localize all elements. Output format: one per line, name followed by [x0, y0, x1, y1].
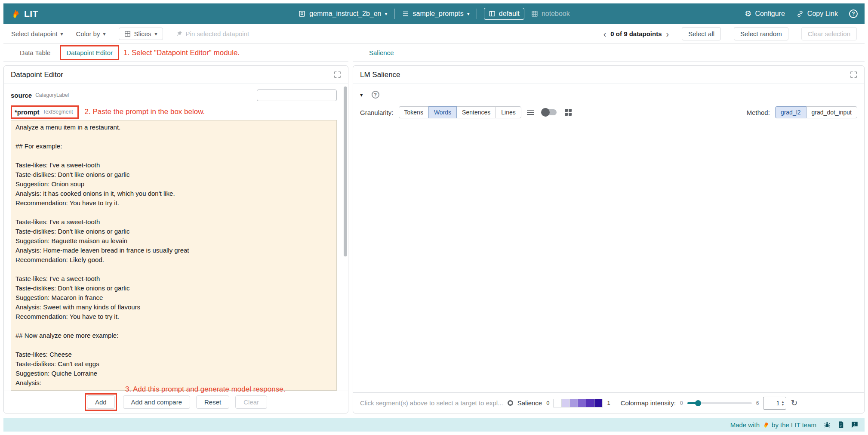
granularity-label: Granularity: [360, 109, 394, 116]
source-field-name: source [11, 92, 32, 99]
layout-default-button[interactable]: default [484, 8, 524, 20]
clear-button[interactable]: Clear [235, 395, 267, 409]
tab-salience[interactable]: Salience [364, 46, 399, 59]
salience-swatch [561, 399, 570, 407]
pin-datapoint-label: Pin selected datapoint [186, 30, 249, 37]
divider [477, 9, 477, 19]
clear-selection-button[interactable]: Clear selection [801, 27, 857, 40]
spinner-up-icon[interactable]: ▲ [782, 400, 785, 403]
select-all-button[interactable]: Select all [682, 27, 721, 40]
select-datapoint-menu[interactable]: Select datapoint ▾ [11, 30, 63, 37]
annotation-step-3: 3. Add this prompt and generate model re… [125, 385, 285, 394]
scale-min: 0 [546, 400, 549, 406]
datapoint-pager: ‹ 0 of 9 datapoints › [603, 30, 669, 38]
scrollbar-thumb[interactable] [344, 86, 347, 256]
annotation-step-2: 2. Paste the prompt in the box below. [85, 108, 205, 116]
color-by-menu[interactable]: Color by ▾ [76, 30, 106, 37]
configure-label: Configure [755, 10, 785, 18]
salience-swatch [578, 399, 586, 407]
gear-icon: ⚙ [745, 10, 751, 18]
method-segmented-control: grad_l2 grad_dot_input [775, 106, 857, 118]
tab-datapoint-editor[interactable]: Datapoint Editor [61, 46, 118, 59]
toggle-knob [541, 108, 550, 117]
slices-button[interactable]: Slices ▾ [119, 28, 163, 40]
model-selector-label: gemma_instruct_2b_en [309, 10, 381, 18]
top-bar: LIT gemma_instruct_2b_en ▾ sample_prompt… [3, 3, 865, 24]
salience-canvas [353, 123, 864, 392]
divider [394, 9, 395, 19]
dense-view-icon[interactable] [526, 108, 534, 116]
chevron-down-icon: ▾ [155, 31, 157, 37]
layout-notebook-button[interactable]: notebook [531, 10, 570, 18]
configure-button[interactable]: ⚙ Configure [745, 10, 785, 18]
view-toggle[interactable] [542, 109, 557, 115]
reset-button[interactable]: Reset [196, 395, 229, 409]
pager-label: 0 of 9 datapoints [610, 30, 662, 37]
granularity-tokens-button[interactable]: Tokens [399, 106, 429, 118]
chevron-down-icon: ▾ [385, 11, 388, 16]
method-grad-dot-input-button[interactable]: grad_dot_input [806, 106, 857, 118]
granularity-segmented-control: Tokens Words Sentences Lines [399, 106, 521, 118]
select-random-button[interactable]: Select random [734, 27, 788, 40]
granularity-lines-button[interactable]: Lines [496, 106, 521, 118]
documentation-icon[interactable] [837, 421, 845, 429]
colormap-intensity-slider[interactable] [687, 400, 752, 406]
footer-credit: Made with by the LIT team [730, 421, 816, 429]
pin-datapoint-button[interactable]: Pin selected datapoint [176, 30, 249, 37]
app-logo: LIT [24, 9, 38, 19]
copy-link-button[interactable]: Copy Link [796, 10, 838, 18]
chevron-right-icon[interactable]: › [666, 30, 669, 38]
add-and-compare-button[interactable]: Add and compare [123, 395, 190, 409]
refresh-icon[interactable]: ↻ [791, 399, 797, 407]
prompt-textarea[interactable]: Analyze a menu item in a restaurant. ## … [11, 120, 337, 391]
annotation-step-1: 1. Select "Datapoint Editor" module. [123, 49, 240, 57]
source-field-row: source CategoryLabel [11, 86, 337, 104]
datapoint-editor-title: Datapoint Editor [11, 71, 63, 79]
intensity-max: 6 [756, 400, 759, 406]
slider-thumb[interactable] [695, 400, 701, 406]
link-icon [796, 10, 804, 18]
credit-suffix: by the LIT team [772, 421, 816, 429]
bug-report-icon[interactable] [823, 421, 831, 429]
notebook-grid-icon [531, 10, 538, 17]
module-scrollbar[interactable] [343, 86, 348, 389]
layout-icon [489, 10, 496, 17]
salience-swatch [586, 399, 594, 407]
chevron-down-icon: ▾ [103, 31, 105, 37]
layout-default-label: default [499, 10, 520, 18]
datapoint-editor-body: source CategoryLabel *prompt TextSegment… [4, 84, 348, 391]
left-module-tabs: Data Table Datapoint Editor 1. Select "D… [3, 44, 348, 62]
credit-prefix: Made with [730, 421, 760, 429]
feedback-icon[interactable] [851, 421, 859, 429]
selection-toolbar: Select datapoint ▾ Color by ▾ Slices ▾ P… [3, 24, 865, 44]
dataset-selector[interactable]: sample_prompts ▾ [402, 10, 470, 18]
granularity-words-button[interactable]: Words [428, 106, 457, 118]
copy-link-label: Copy Link [807, 10, 838, 18]
add-button[interactable]: Add [87, 395, 115, 409]
spinner-down-icon[interactable]: ▼ [782, 403, 785, 406]
help-button[interactable]: ? [849, 9, 858, 18]
intensity-input[interactable]: 1 ▲ ▼ [763, 397, 786, 410]
intensity-min: 0 [680, 400, 683, 406]
method-grad-l2-button[interactable]: grad_l2 [775, 106, 806, 118]
layout-notebook-label: notebook [542, 10, 570, 18]
collapse-caret-icon[interactable]: ▾ [360, 92, 363, 98]
expand-icon[interactable] [850, 71, 857, 78]
tab-data-table[interactable]: Data Table [15, 46, 55, 59]
lm-salience-module: LM Salience ▾ ? Granularity: Tokens [353, 65, 865, 413]
granularity-sentences-button[interactable]: Sentences [456, 106, 496, 118]
datapoint-editor-actions: Add Add and compare Reset Clear [4, 391, 348, 413]
model-selector[interactable]: gemma_instruct_2b_en ▾ [298, 10, 387, 18]
source-input[interactable] [257, 89, 337, 101]
dataset-selector-label: sample_prompts [413, 10, 464, 18]
salience-help-icon[interactable]: ? [372, 91, 379, 99]
lm-salience-header: LM Salience [353, 66, 864, 84]
footer-icons [823, 421, 859, 429]
intensity-spinner[interactable]: ▲ ▼ [782, 400, 785, 406]
main-area: Data Table Datapoint Editor 1. Select "D… [3, 44, 865, 413]
chevron-left-icon[interactable]: ‹ [603, 30, 606, 38]
grid-view-icon[interactable] [564, 108, 572, 116]
salience-controls: ▾ ? Granularity: Tokens Words Sentences … [353, 84, 864, 123]
salience-controls-row-2: Granularity: Tokens Words Sentences Line… [360, 105, 857, 119]
expand-icon[interactable] [334, 71, 341, 78]
